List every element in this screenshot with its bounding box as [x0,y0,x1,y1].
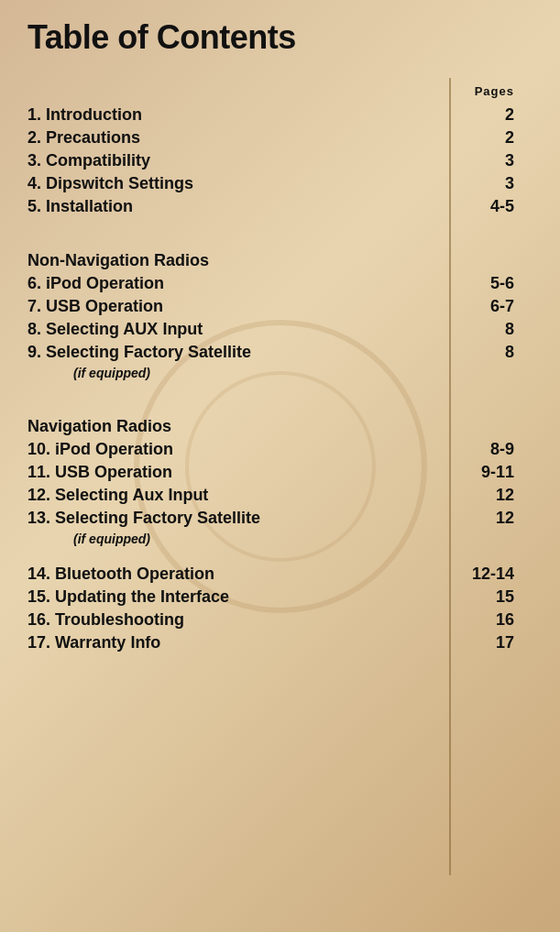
toc-sub-13: (if equipped) [73,532,533,546]
toc-item-8: 8. Selecting AUX Input 8 [27,320,533,339]
pages-header: Pages [27,84,533,98]
toc-page-8: 8 [468,320,514,339]
toc-item-9: 9. Selecting Factory Satellite 8 [27,343,533,362]
toc-page-2: 2 [468,128,514,148]
toc-item-10: 10. iPod Operation 8-9 [27,440,533,459]
toc-page-10: 8-9 [468,440,514,459]
toc-label-6: 6. iPod Operation [27,274,164,293]
toc-label-8: 8. Selecting AUX Input [27,320,203,339]
toc-label-9: 9. Selecting Factory Satellite [27,343,251,362]
toc-label-10: 10. iPod Operation [27,440,173,459]
toc-page-6: 5-6 [468,274,514,293]
toc-page-9: 8 [468,343,514,362]
main-content: Table of Contents Pages 1. Introduction … [0,0,560,674]
toc-item-1: 1. Introduction 2 [27,105,533,125]
toc-item-12: 12. Selecting Aux Input 12 [27,486,533,505]
toc-item-7: 7. USB Operation 6-7 [27,297,533,316]
toc-page-12: 12 [468,486,514,505]
toc-sub-9: (if equipped) [73,366,533,380]
toc-label-3: 3. Compatibility [27,151,150,170]
toc-label-16: 16. Troubleshooting [27,610,184,630]
toc-item-4: 4. Dipswitch Settings 3 [27,174,533,193]
toc-page-7: 6-7 [468,297,514,316]
toc-page-4: 3 [468,174,514,193]
toc-label-17: 17. Warranty Info [27,633,160,652]
toc-item-13: 13. Selecting Factory Satellite 12 [27,509,533,528]
toc-item-14: 14. Bluetooth Operation 12-14 [27,565,533,584]
toc-label-5: 5. Installation [27,197,133,216]
toc-item-15: 15. Updating the Interface 15 [27,587,533,607]
extra-section: 14. Bluetooth Operation 12-14 15. Updati… [27,565,533,652]
spacer-3 [27,552,533,565]
toc-label-15: 15. Updating the Interface [27,587,229,607]
toc-page-1: 2 [468,105,514,125]
toc-page-3: 3 [468,151,514,170]
toc-page-17: 17 [468,633,514,652]
toc-label-11: 11. USB Operation [27,463,172,482]
toc-item-16: 16. Troubleshooting 16 [27,610,533,630]
main-toc-list: 1. Introduction 2 2. Precautions 2 3. Co… [27,105,533,216]
toc-item-5: 5. Installation 4-5 [27,197,533,216]
toc-page-5: 4-5 [468,197,514,216]
toc-label-13: 13. Selecting Factory Satellite [27,509,260,528]
toc-page-15: 15 [468,587,514,607]
nav-section: Navigation Radios 10. iPod Operation 8-9… [27,417,533,546]
toc-page-13: 12 [468,509,514,528]
toc-item-6: 6. iPod Operation 5-6 [27,274,533,293]
toc-item-11: 11. USB Operation 9-11 [27,463,533,482]
toc-label-14: 14. Bluetooth Operation [27,565,214,584]
spacer-1 [27,220,533,233]
toc-page-14: 12-14 [468,565,514,584]
toc-label-2: 2. Precautions [27,128,140,148]
toc-item-2: 2. Precautions 2 [27,128,533,148]
nav-header: Navigation Radios [27,417,533,436]
page-title: Table of Contents [27,18,533,57]
toc-item-3: 3. Compatibility 3 [27,151,533,170]
non-nav-header: Non-Navigation Radios [27,251,533,270]
toc-page-11: 9-11 [468,463,514,482]
toc-label-1: 1. Introduction [27,105,142,125]
toc-label-7: 7. USB Operation [27,297,163,316]
non-nav-section: Non-Navigation Radios 6. iPod Operation … [27,251,533,380]
toc-item-17: 17. Warranty Info 17 [27,633,533,652]
toc-page-16: 16 [468,610,514,630]
toc-label-4: 4. Dipswitch Settings [27,174,193,193]
toc-label-12: 12. Selecting Aux Input [27,486,208,505]
spacer-2 [27,386,533,399]
